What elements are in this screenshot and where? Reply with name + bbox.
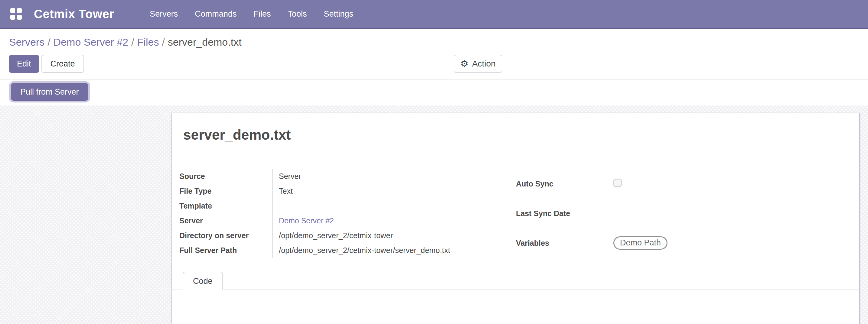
form-view-background: server_demo.txt Source Server File Type …: [0, 105, 868, 324]
field-row-last-sync-date: Last Sync Date: [516, 199, 818, 228]
field-value-template: [273, 199, 516, 214]
field-row-source: Source Server: [179, 169, 516, 184]
field-row-file-type: File Type Text: [179, 184, 516, 199]
top-navbar: Cetmix Tower Servers Commands Files Tool…: [0, 0, 868, 29]
page-title: server_demo.txt: [183, 127, 859, 143]
create-button[interactable]: Create: [41, 55, 84, 73]
field-value-last-sync-date: [607, 199, 818, 228]
field-value-auto-sync: [607, 169, 818, 199]
control-panel: Servers/Demo Server #2/Files/server_demo…: [0, 29, 868, 79]
menu-item-tools[interactable]: Tools: [288, 9, 307, 19]
field-label-template: Template: [179, 199, 273, 214]
field-row-directory-on-server: Directory on server /opt/demo_server_2/c…: [179, 228, 516, 243]
gear-icon: ⚙: [460, 59, 468, 68]
auto-sync-checkbox[interactable]: [613, 179, 622, 187]
field-value-source: Server: [273, 169, 516, 184]
menu-item-commands[interactable]: Commands: [195, 9, 237, 19]
apps-grid-icon[interactable]: [10, 8, 22, 20]
breadcrumb-separator: /: [48, 36, 50, 48]
field-label-auto-sync: Auto Sync: [516, 169, 607, 199]
field-label-server: Server: [179, 214, 273, 228]
variable-tag: Demo Path: [613, 236, 668, 250]
field-row-variables: Variables Demo Path: [516, 228, 818, 258]
field-value-variables: Demo Path: [607, 228, 818, 258]
apps-grid-square: [10, 8, 15, 13]
field-label-directory-on-server: Directory on server: [179, 228, 273, 243]
breadcrumb-separator: /: [162, 36, 164, 48]
app-brand[interactable]: Cetmix Tower: [34, 7, 114, 21]
main-menu: Servers Commands Files Tools Settings: [150, 9, 353, 19]
breadcrumb-demo-server-2[interactable]: Demo Server #2: [54, 36, 128, 48]
notebook: Code: [172, 272, 859, 323]
menu-item-servers[interactable]: Servers: [150, 9, 178, 19]
menu-item-files[interactable]: Files: [253, 9, 271, 19]
field-row-auto-sync: Auto Sync: [516, 169, 818, 199]
edit-button[interactable]: Edit: [9, 55, 39, 73]
tab-strip: Code: [172, 272, 859, 290]
field-row-server: Server Demo Server #2: [179, 214, 516, 228]
control-panel-buttons: Edit Create ⚙ Action: [9, 55, 859, 73]
breadcrumb-current: server_demo.txt: [168, 36, 242, 48]
breadcrumb-servers[interactable]: Servers: [9, 36, 44, 48]
field-value-file-type: Text: [273, 184, 516, 199]
field-value-directory-on-server: /opt/demo_server_2/cetmix-tower: [273, 228, 516, 243]
tab-code-content: [172, 290, 859, 323]
field-group-right: Auto Sync Last Sync Date Variables Demo …: [516, 169, 818, 258]
form-sheet: server_demo.txt Source Server File Type …: [172, 113, 860, 324]
apps-grid-square: [10, 15, 15, 20]
field-label-source: Source: [179, 169, 273, 184]
field-label-file-type: File Type: [179, 184, 273, 199]
pull-from-server-button[interactable]: Pull from Server: [11, 83, 88, 101]
field-value-server: Demo Server #2: [273, 214, 516, 228]
breadcrumb-separator: /: [131, 36, 134, 48]
field-row-template: Template: [179, 199, 516, 214]
apps-grid-square: [17, 8, 22, 13]
action-button[interactable]: ⚙ Action: [454, 55, 502, 73]
field-row-full-server-path: Full Server Path /opt/demo_server_2/cetm…: [179, 243, 516, 258]
action-button-label: Action: [472, 59, 496, 69]
menu-item-settings[interactable]: Settings: [323, 9, 353, 19]
field-group-left: Source Server File Type Text Template Se…: [179, 169, 516, 258]
breadcrumb: Servers/Demo Server #2/Files/server_demo…: [9, 36, 859, 48]
breadcrumb-files[interactable]: Files: [137, 36, 159, 48]
field-label-last-sync-date: Last Sync Date: [516, 199, 607, 228]
statusbar: Pull from Server: [0, 79, 868, 105]
server-record-link[interactable]: Demo Server #2: [279, 217, 334, 225]
field-label-full-server-path: Full Server Path: [179, 243, 273, 258]
tab-code[interactable]: Code: [183, 272, 223, 290]
apps-grid-square: [17, 15, 22, 20]
field-value-full-server-path: /opt/demo_server_2/cetmix-tower/server_d…: [273, 243, 516, 258]
field-groups: Source Server File Type Text Template Se…: [179, 169, 859, 258]
field-label-variables: Variables: [516, 228, 607, 258]
